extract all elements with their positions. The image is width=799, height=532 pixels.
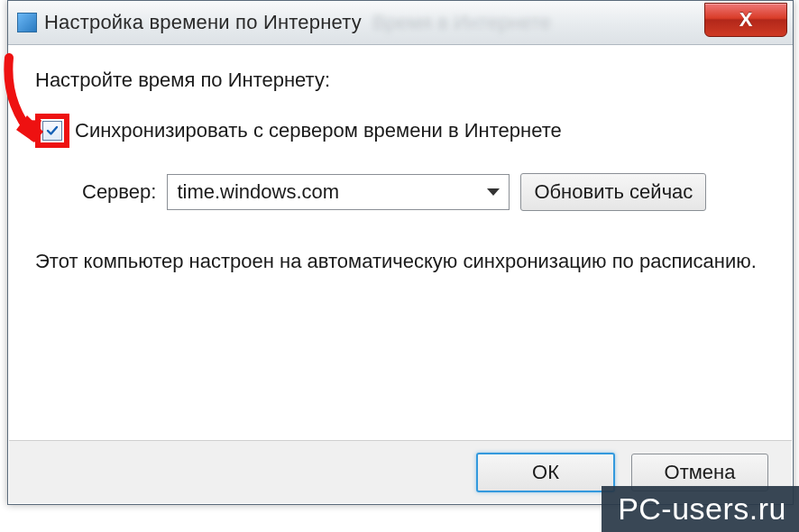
title-blurred-extra: Время в Интернете [372,11,551,34]
chevron-down-icon [487,188,500,196]
checkmark-icon [45,124,60,138]
status-text: Этот компьютер настроен на автоматическу… [35,247,757,276]
watermark: PC-users.ru [602,486,799,532]
update-now-button[interactable]: Обновить сейчас [520,173,706,211]
red-highlight-box [35,114,69,148]
server-combobox[interactable]: time.windows.com [167,174,510,210]
dialog-window: Настройка времени по Интернету Время в И… [7,0,794,505]
server-label: Сервер: [82,180,156,204]
sync-checkbox[interactable] [42,121,62,141]
close-icon: X [739,8,753,32]
app-icon [17,13,37,32]
close-button[interactable]: X [704,3,787,37]
sync-checkbox-row: Синхронизировать с сервером времени в Ин… [35,114,766,148]
client-area: Настройте время по Интернету: Синхронизи… [8,45,793,440]
server-row: Сервер: time.windows.com Обновить сейчас [82,173,766,211]
window-title: Настройка времени по Интернету [44,11,362,34]
ok-button[interactable]: ОК [476,453,615,492]
server-combobox-value: time.windows.com [177,180,339,204]
heading-text: Настройте время по Интернету: [35,69,766,92]
sync-checkbox-label[interactable]: Синхронизировать с сервером времени в Ин… [75,119,562,142]
titlebar[interactable]: Настройка времени по Интернету Время в И… [8,1,793,45]
